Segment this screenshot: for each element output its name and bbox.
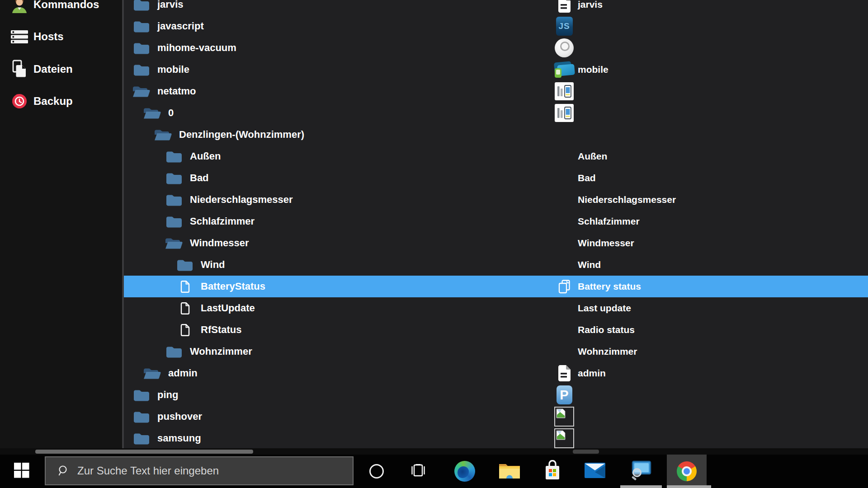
document-icon <box>553 0 575 15</box>
object-name: Windmesser <box>578 238 634 249</box>
object-name: jarvis <box>578 0 603 10</box>
folder-icon <box>132 84 151 98</box>
document-icon <box>176 280 194 293</box>
microsoft-store-taskbar-button[interactable] <box>533 455 572 488</box>
folder-icon <box>132 0 151 11</box>
vacuum-robot-logo <box>555 38 574 57</box>
chrome-running-indicator <box>667 485 711 488</box>
tree-row-netatmo[interactable]: netatmo <box>124 80 868 102</box>
tree-row-admin[interactable]: adminadmin <box>124 362 868 384</box>
tree-row-Niederschlagsmesser[interactable]: NiederschlagsmesserNiederschlagsmesser <box>124 189 868 211</box>
folder-icon <box>165 215 183 228</box>
screen-share-running-indicator <box>620 485 662 488</box>
horizontal-scrollbar-track <box>0 448 868 455</box>
chrome-taskbar-button[interactable] <box>667 455 707 488</box>
object-name: Außen <box>578 151 607 162</box>
netatmo-logo-icon <box>553 103 575 123</box>
sidebar-item-label: Hosts <box>33 30 64 43</box>
tree-row-ping[interactable]: pingP <box>124 384 868 406</box>
tree-row-Bad[interactable]: BadBad <box>124 167 868 189</box>
backup-icon <box>10 92 29 111</box>
object-id: javascript <box>157 20 204 32</box>
folder-icon <box>132 19 151 33</box>
tree-row-BatteryStatus[interactable]: BatteryStatusBattery status <box>124 276 868 297</box>
object-id: 0 <box>168 107 174 119</box>
ping-logo-icon: P <box>553 385 575 405</box>
screen-share-icon <box>630 460 651 482</box>
cortana-icon <box>369 464 384 479</box>
object-name: Niederschlagsmesser <box>578 194 676 205</box>
object-id: Außen <box>190 150 221 162</box>
taskbar <box>0 455 868 488</box>
mobile-logo-icon <box>553 59 575 80</box>
tree-row-Wind[interactable]: WindWind <box>124 254 868 276</box>
ping-logo: P <box>557 385 572 404</box>
tree-row-samsung[interactable]: samsung <box>124 427 868 448</box>
taskbar-search-box[interactable] <box>45 456 354 485</box>
horizontal-scrollbar-thumb-right[interactable] <box>573 450 599 454</box>
tree-row-RfStatus[interactable]: RfStatusRadio status <box>124 319 868 341</box>
sidebar-item-hosts[interactable]: Hosts <box>0 26 122 47</box>
cortana-taskbar-button[interactable] <box>357 455 396 488</box>
task-view-icon <box>410 464 426 479</box>
microsoft-store-icon <box>542 460 562 483</box>
folder-icon <box>154 128 172 141</box>
javascript-logo: JS <box>556 17 573 36</box>
file-explorer-taskbar-button[interactable] <box>490 455 529 488</box>
chrome-icon <box>677 461 697 481</box>
netatmo-logo-icon <box>553 81 575 102</box>
start-button[interactable] <box>0 455 43 488</box>
object-id: netatmo <box>157 85 196 97</box>
folder-icon <box>165 236 183 250</box>
object-id: Denzlingen-(Wohnzimmer) <box>179 129 304 141</box>
copy-icon <box>553 276 575 297</box>
person-icon <box>10 0 29 14</box>
object-id: Windmesser <box>190 237 249 249</box>
tree-row-javascript[interactable]: javascriptJS <box>124 15 868 37</box>
object-name: Battery status <box>578 281 641 292</box>
object-id: admin <box>168 367 198 379</box>
object-id: Wohnzimmer <box>190 346 252 357</box>
file-explorer-icon <box>499 461 520 481</box>
object-id: mobile <box>157 64 189 75</box>
broken-image-icon <box>554 407 574 427</box>
tree-row-jarvis[interactable]: jarvisjarvis <box>124 0 868 15</box>
edge-taskbar-button[interactable] <box>445 455 485 488</box>
tree-row-pushover[interactable]: pushover <box>124 406 868 427</box>
search-input[interactable] <box>76 464 331 478</box>
folder-icon <box>165 150 183 163</box>
tree-row-LastUpdate[interactable]: LastUpdateLast update <box>124 297 868 319</box>
vacuum-logo-icon <box>553 38 575 58</box>
object-id: samsung <box>157 432 201 444</box>
object-id: Wind <box>201 259 225 271</box>
folder-icon <box>132 410 151 423</box>
tree-row-mihome-vacuum[interactable]: mihome-vacuum <box>124 37 868 59</box>
tree-row-mobile[interactable]: mobilemobile <box>124 59 868 80</box>
mail-taskbar-button[interactable] <box>575 455 615 488</box>
javascript-logo-icon: JS <box>553 16 575 37</box>
sidebar-item-dateien[interactable]: Dateien <box>0 58 122 80</box>
tree-row-Wohnzimmer[interactable]: WohnzimmerWohnzimmer <box>124 341 868 362</box>
tree-row-Windmesser[interactable]: WindmesserWindmesser <box>124 232 868 254</box>
object-name: Wind <box>578 259 601 270</box>
broken-image-icon <box>553 428 575 448</box>
tree-row-0[interactable]: 0 <box>124 102 868 124</box>
object-name: Schlafzimmer <box>578 216 640 227</box>
tree-row-Außen[interactable]: AußenAußen <box>124 145 868 167</box>
object-tree-panel: jarvisjarvisjavascriptJSmihome-vacuummob… <box>124 0 868 448</box>
folder-icon <box>165 171 183 185</box>
sidebar-item-label: Backup <box>33 95 73 108</box>
tree-row-Schlafzimmer[interactable]: SchlafzimmerSchlafzimmer <box>124 211 868 232</box>
windows-logo-icon <box>14 463 29 480</box>
tree-row-Denzlingen-(Wohnzimmer)[interactable]: Denzlingen-(Wohnzimmer) <box>124 124 868 145</box>
mail-icon <box>585 462 605 480</box>
task-view-taskbar-button[interactable] <box>398 455 438 488</box>
search-icon <box>57 465 70 477</box>
mobile-logo <box>553 61 575 78</box>
desktop: KommandosHostsDateienBackup jarvisjarvis… <box>0 0 868 488</box>
sidebar: KommandosHostsDateienBackup <box>0 0 122 448</box>
screen-share-taskbar-button[interactable] <box>621 455 660 488</box>
sidebar-item-kommandos[interactable]: Kommandos <box>0 0 122 15</box>
sidebar-item-backup[interactable]: Backup <box>0 90 122 112</box>
horizontal-scrollbar-thumb[interactable] <box>35 450 253 454</box>
